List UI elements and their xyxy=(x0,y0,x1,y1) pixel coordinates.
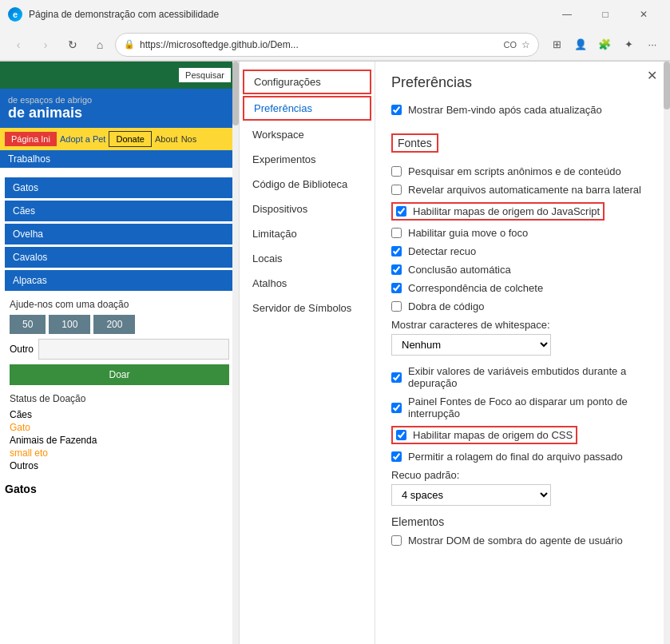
profile-icon[interactable]: 👤 xyxy=(569,34,592,56)
webpage-subheader: Trabalhos xyxy=(0,150,239,168)
sidebar-item-atalhos[interactable]: Atalhos xyxy=(240,271,375,296)
refresh-button[interactable]: ↻ xyxy=(61,33,85,57)
browser-chrome: e Página de demonstração com acessibilid… xyxy=(0,0,670,62)
status-animais: Animais de Fazenda xyxy=(10,435,229,446)
maximize-button[interactable]: □ xyxy=(587,0,624,29)
fontes-section: Fontes xyxy=(391,124,654,159)
webpage-content: Gatos Cães Ovelha Cavalos Alpacas Ajude-… xyxy=(0,168,239,478)
whitespace-select-row: Mostrar caracteres de whitespace: Nenhum… xyxy=(391,319,654,356)
donation-other-input[interactable] xyxy=(38,339,229,360)
close-button[interactable]: ✕ xyxy=(625,0,662,29)
recuo-label: Recuo padrão: xyxy=(391,469,654,481)
pesquisar-label: Pesquisar em scripts anônimos e de conte… xyxy=(408,165,621,177)
donation-title: Ajude-nos com uma doação xyxy=(10,299,229,310)
sidebar-item-configuracoes[interactable]: Configurações xyxy=(243,70,371,94)
checkbox-permitir: Permitir a rolagem do final do arquivo p… xyxy=(391,451,654,463)
copilot-icon[interactable]: ✦ xyxy=(617,34,640,56)
whitespace-select[interactable]: Nenhum Todos Delimitadores xyxy=(391,334,551,356)
preferences-title: Preferências xyxy=(391,74,654,91)
checkbox-js-maps-row: Habilitar mapas de origem do JavaScript xyxy=(391,202,605,221)
conclusao-checkbox[interactable] xyxy=(391,264,402,275)
banner-heading: de animais xyxy=(8,105,231,121)
dobra-label: Dobra de código xyxy=(408,300,484,312)
back-button[interactable]: ‹ xyxy=(6,33,30,57)
sidebar-item-servidor-simbolos[interactable]: Servidor de Símbolos xyxy=(240,296,375,320)
pagina-ini-button[interactable]: Página Ini xyxy=(5,132,57,146)
exibir-checkbox[interactable] xyxy=(391,372,402,383)
donate-button[interactable]: Donate xyxy=(109,131,151,147)
other-label: Outro xyxy=(10,344,34,355)
checkbox-correspondencia: Correspondência de colchete xyxy=(391,282,654,294)
recuo-select[interactable]: 2 spaces 4 spaces 8 spaces Tab xyxy=(391,484,551,506)
js-maps-label: Habilitar mapas de origem do JavaScript xyxy=(413,205,600,217)
bem-vindo-checkbox[interactable] xyxy=(391,105,402,115)
forward-button[interactable]: › xyxy=(34,33,57,57)
checkbox-exibir: Exibir valores de variáveis embutidos du… xyxy=(391,365,654,389)
painel-checkbox[interactable] xyxy=(391,403,402,413)
permitir-checkbox[interactable] xyxy=(391,451,402,462)
dobra-checkbox[interactable] xyxy=(391,301,402,312)
webpage-footer: Gatos xyxy=(0,478,239,500)
footer-heading: Gatos xyxy=(5,483,234,495)
list-item[interactable]: Ovelha xyxy=(5,224,234,244)
donation-section: Ajude-nos com uma doação 50 100 200 Outr… xyxy=(5,299,234,385)
js-maps-checkbox[interactable] xyxy=(396,206,406,217)
home-button[interactable]: ⌂ xyxy=(88,33,112,57)
status-caes: Cães xyxy=(10,409,229,420)
sidebar-item-preferencias[interactable]: Preferências xyxy=(243,96,371,121)
sidebar-item-workspace[interactable]: Workspace xyxy=(240,122,375,147)
collections-icon[interactable]: ⊞ xyxy=(545,34,568,56)
amount-50-button[interactable]: 50 xyxy=(10,315,46,334)
painel-label: Painel Fontes de Foco ao disparar um pon… xyxy=(408,396,654,419)
extensions-icon[interactable]: 🧩 xyxy=(593,34,616,56)
sidebar-item-limitacao[interactable]: Limitação xyxy=(240,221,375,246)
nos-link[interactable]: Nos xyxy=(181,134,197,144)
main-area: Pesquisar de espaços de abrigo de animai… xyxy=(0,62,670,644)
guia-label: Habilitar guia move o foco xyxy=(408,227,528,239)
detectar-checkbox[interactable] xyxy=(391,246,402,256)
css-maps-checkbox[interactable] xyxy=(396,430,406,440)
minimize-button[interactable]: — xyxy=(549,0,585,29)
donate-button[interactable]: Doar xyxy=(10,364,229,385)
amount-200-button[interactable]: 200 xyxy=(93,315,135,334)
page-title: Página de demonstração com acessibilidad… xyxy=(29,9,542,20)
preferences-scrollbar[interactable] xyxy=(664,62,670,644)
donation-other-row: Outro xyxy=(10,339,229,360)
list-item[interactable]: Cães xyxy=(5,201,234,221)
sidebar-item-dispositivos[interactable]: Dispositivos xyxy=(240,197,375,221)
search-button[interactable]: Pesquisar xyxy=(179,68,231,82)
star-icon[interactable]: ☆ xyxy=(521,39,530,50)
status-title: Status de Doação xyxy=(10,393,229,404)
pesquisar-checkbox[interactable] xyxy=(391,166,402,177)
menu-icon[interactable]: ··· xyxy=(641,34,664,56)
list-item[interactable]: Alpacas xyxy=(5,270,234,291)
guia-checkbox[interactable] xyxy=(391,228,402,238)
about-link[interactable]: About xyxy=(155,134,178,144)
sidebar-item-locais[interactable]: Locais xyxy=(240,246,375,271)
webpage-scrollbar[interactable] xyxy=(232,62,239,644)
animal-list: Gatos Cães Ovelha Cavalos Alpacas xyxy=(5,177,234,291)
amount-100-button[interactable]: 100 xyxy=(49,315,90,334)
sidebar-item-experimentos[interactable]: Experimentos xyxy=(240,147,375,172)
checkbox-mostrar-dom: Mostrar DOM de sombra do agente de usuár… xyxy=(391,535,654,547)
status-outros: Outros xyxy=(10,460,229,471)
mostrar-dom-checkbox[interactable] xyxy=(391,535,402,546)
list-item[interactable]: Cavalos xyxy=(5,247,234,268)
close-preferences-button[interactable]: ✕ xyxy=(647,68,657,83)
title-bar: e Página de demonstração com acessibilid… xyxy=(0,0,670,29)
recuo-select-row: Recuo padrão: 2 spaces 4 spaces 8 spaces… xyxy=(391,469,654,506)
sidebar-item-codigo-biblioteca[interactable]: Código de Biblioteca xyxy=(240,172,375,197)
window-controls: — □ ✕ xyxy=(549,0,662,29)
address-bar[interactable]: 🔒 https://microsoftedge.github.io/Dem...… xyxy=(115,33,539,57)
correspondencia-checkbox[interactable] xyxy=(391,283,402,293)
co-icon: CO xyxy=(504,40,517,50)
donation-status: Status de Doação Cães Gato Animais de Fa… xyxy=(5,393,234,471)
revelar-checkbox[interactable] xyxy=(391,185,402,195)
checkbox-painel: Painel Fontes de Foco ao disparar um pon… xyxy=(391,396,654,419)
donation-amounts: 50 100 200 xyxy=(10,315,229,334)
list-item[interactable]: Gatos xyxy=(5,177,234,198)
adopt-link[interactable]: Adopt a Pet xyxy=(60,134,106,144)
correspondencia-label: Correspondência de colchete xyxy=(408,282,543,294)
fontes-title: Fontes xyxy=(391,133,438,153)
checkbox-css-maps-row: Habilitar mapas de origem do CSS xyxy=(391,426,577,444)
